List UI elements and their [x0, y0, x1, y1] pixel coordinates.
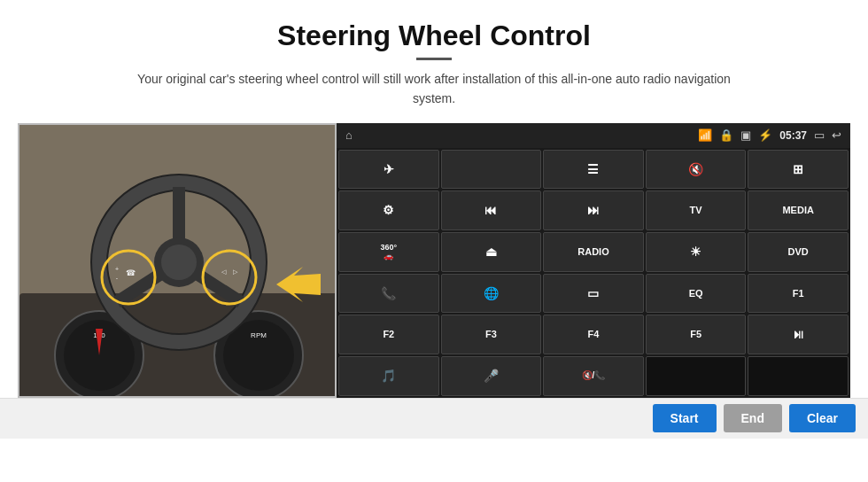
- btn-navigate[interactable]: ✈: [338, 150, 439, 190]
- status-bar: ⌂ 📶 🔒 ▣ ⚡ 05:37 ▭ ↩: [337, 123, 850, 148]
- battery-icon: ▭: [814, 128, 825, 142]
- bottom-bar: Start End Clear: [0, 398, 868, 439]
- btn-f4[interactable]: F4: [543, 315, 644, 354]
- button-grid: ✈ ☰ 🔇 ⊞ ⚙ ⏮ ⏭ TV MEDIA 360°🚗 ⏏ RADIO ☀ D…: [337, 148, 850, 398]
- btn-eq[interactable]: EQ: [646, 274, 747, 314]
- svg-point-15: [161, 245, 197, 280]
- clear-button[interactable]: Clear: [789, 404, 856, 432]
- btn-brightness[interactable]: ☀: [646, 232, 747, 272]
- lock-icon: 🔒: [719, 128, 733, 142]
- btn-mute[interactable]: 🔇: [646, 150, 747, 190]
- btn-f3[interactable]: F3: [441, 315, 542, 354]
- btn-empty1: [646, 356, 747, 396]
- subtitle: Your original car's steering wheel contr…: [115, 69, 753, 109]
- btn-f5[interactable]: F5: [646, 315, 747, 354]
- car-image: 120 RPM + - ☎ ◁ ▷: [18, 123, 337, 398]
- svg-text:RPM: RPM: [251, 331, 267, 339]
- btn-vol-mute[interactable]: 🔇/📞: [543, 356, 644, 396]
- svg-text:☎: ☎: [126, 268, 136, 277]
- btn-apps[interactable]: ⊞: [748, 150, 849, 190]
- btn-dvd[interactable]: DVD: [748, 232, 849, 272]
- status-bar-right: 📶 🔒 ▣ ⚡ 05:37 ▭ ↩: [698, 128, 841, 142]
- page-title: Steering Wheel Control: [0, 0, 868, 58]
- steering-wheel-svg: 120 RPM + - ☎ ◁ ▷: [19, 125, 337, 398]
- wifi-icon: 📶: [698, 128, 712, 142]
- sim-icon: ▣: [740, 128, 751, 142]
- btn-media[interactable]: MEDIA: [748, 190, 849, 230]
- btn-playpause[interactable]: ⏯: [748, 315, 849, 354]
- home-icon[interactable]: ⌂: [345, 128, 353, 142]
- btn-radio[interactable]: RADIO: [543, 232, 644, 272]
- title-underline: [416, 58, 452, 60]
- end-button[interactable]: End: [724, 404, 782, 432]
- btn-empty2: [748, 356, 849, 396]
- back-icon[interactable]: ↩: [832, 128, 841, 142]
- head-unit: ⌂ 📶 🔒 ▣ ⚡ 05:37 ▭ ↩ ✈ ☰ 🔇 ⊞ ⚙ ⏮ ⏭: [337, 123, 850, 398]
- btn-music[interactable]: 🎵: [338, 356, 439, 396]
- time-display: 05:37: [779, 129, 807, 142]
- svg-text:+: +: [115, 266, 119, 272]
- btn-next[interactable]: ⏭: [543, 190, 644, 230]
- btn-settings[interactable]: ⚙: [338, 190, 439, 230]
- btn-360[interactable]: 360°🚗: [338, 232, 439, 272]
- btn-f2[interactable]: F2: [338, 315, 439, 354]
- btn-screen[interactable]: ▭: [543, 274, 644, 314]
- btn-mic[interactable]: 🎤: [441, 356, 542, 396]
- btn-f1[interactable]: F1: [748, 274, 849, 314]
- start-button[interactable]: Start: [653, 404, 717, 432]
- btn-navi[interactable]: 🌐: [441, 274, 542, 314]
- content-area: 120 RPM + - ☎ ◁ ▷: [0, 123, 868, 398]
- btn-phone[interactable]: 📞: [338, 274, 439, 314]
- btn-menu[interactable]: ☰: [543, 150, 644, 190]
- btn-eject[interactable]: ⏏: [441, 232, 542, 272]
- bluetooth-icon: ⚡: [758, 128, 772, 142]
- btn-mode[interactable]: [441, 150, 542, 190]
- btn-tv[interactable]: TV: [646, 190, 747, 230]
- btn-prev[interactable]: ⏮: [441, 190, 542, 230]
- status-bar-left: ⌂: [345, 128, 353, 142]
